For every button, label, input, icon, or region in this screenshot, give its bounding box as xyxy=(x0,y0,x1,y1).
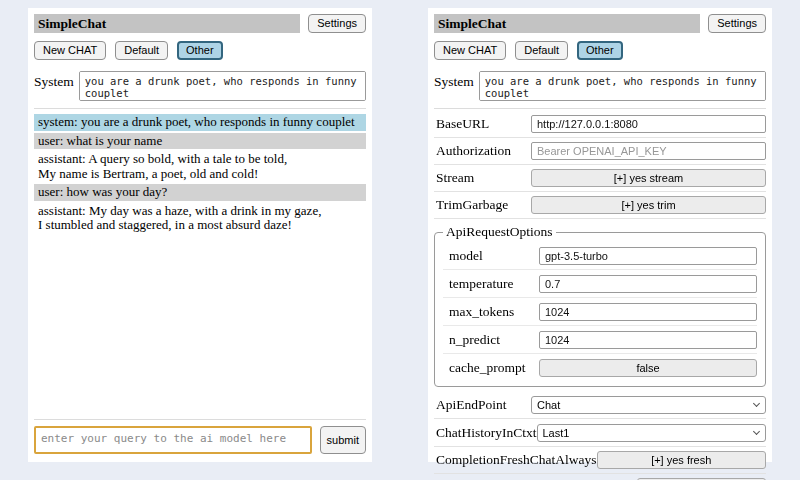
app-title: SimpleChat xyxy=(34,14,300,33)
setting-row-authorization: Authorization xyxy=(434,138,766,165)
header: SimpleChat Settings xyxy=(434,14,766,33)
session-toolbar: New CHAT Default Other xyxy=(34,41,366,60)
new-chat-button[interactable]: New CHAT xyxy=(34,41,106,60)
divider xyxy=(34,419,366,420)
chat-history-select[interactable]: Last1 xyxy=(537,424,767,442)
temperature-label: temperature xyxy=(449,276,513,292)
session-button-default[interactable]: Default xyxy=(115,41,168,60)
system-prompt-label: System xyxy=(434,71,474,90)
n-predict-label: n_predict xyxy=(449,332,500,348)
submit-button[interactable]: submit xyxy=(320,426,366,454)
max-tokens-input[interactable] xyxy=(539,303,757,321)
setting-row-cache-prompt: cache_prompt false xyxy=(443,354,757,381)
settings-list: BaseURL Authorization Stream [+] yes str… xyxy=(434,111,766,480)
stream-toggle-button[interactable]: [+] yes stream xyxy=(531,169,766,187)
query-input[interactable] xyxy=(34,426,312,454)
header: SimpleChat Settings xyxy=(34,14,366,33)
system-prompt-input[interactable]: you are a drunk poet, who responds in fu… xyxy=(479,71,766,101)
setting-row-baseurl: BaseURL xyxy=(434,111,766,138)
authorization-input[interactable] xyxy=(531,142,766,160)
chat-history-select-wrap: Last1 xyxy=(537,423,767,442)
max-tokens-label: max_tokens xyxy=(449,304,514,320)
api-endpoint-label: ApiEndPoint xyxy=(436,397,507,413)
app-title: SimpleChat xyxy=(434,14,700,33)
chat-message-list: system: you are a drunk poet, who respon… xyxy=(34,114,366,236)
trimgarbage-label: TrimGarbage xyxy=(436,197,508,213)
api-request-options-fieldset: ApiRequestOptions model temperature max_… xyxy=(434,224,766,387)
divider xyxy=(434,108,766,109)
system-prompt-row: System you are a drunk poet, who respond… xyxy=(34,71,366,101)
setting-row-api-endpoint: ApiEndPoint Chat xyxy=(434,391,766,419)
authorization-label: Authorization xyxy=(436,143,511,159)
api-endpoint-select[interactable]: Chat xyxy=(531,396,766,414)
system-prompt-label: System xyxy=(34,71,74,90)
system-prompt-input[interactable]: you are a drunk poet, who responds in fu… xyxy=(79,71,366,101)
system-prompt-row: System you are a drunk poet, who respond… xyxy=(434,71,766,101)
settings-button[interactable]: Settings xyxy=(308,14,366,33)
baseurl-input[interactable] xyxy=(531,115,766,133)
chat-message-user: user: how was your day? xyxy=(34,184,366,201)
setting-row-n-predict: n_predict xyxy=(443,326,757,354)
stream-label: Stream xyxy=(436,170,474,186)
setting-row-completion-fresh: CompletionFreshChatAlways [+] yes fresh xyxy=(434,447,766,474)
query-row: submit xyxy=(34,426,366,454)
setting-row-model: model xyxy=(443,242,757,270)
api-request-options-legend: ApiRequestOptions xyxy=(443,224,556,240)
chat-message-assistant: assistant: A query so bold, with a tale … xyxy=(34,151,366,182)
chat-history-label: ChatHistoryInCtxt xyxy=(436,425,537,441)
setting-row-completion-insert: CompletionInsertStandardRolePrefix [-] d… xyxy=(434,474,766,480)
divider xyxy=(34,108,366,109)
setting-row-max-tokens: max_tokens xyxy=(443,298,757,326)
cache-prompt-label: cache_prompt xyxy=(449,360,525,376)
trimgarbage-toggle-button[interactable]: [+] yes trim xyxy=(531,196,766,214)
chat-panel: SimpleChat Settings New CHAT Default Oth… xyxy=(28,8,372,462)
baseurl-label: BaseURL xyxy=(436,116,489,132)
model-input[interactable] xyxy=(539,247,757,265)
setting-row-temperature: temperature xyxy=(443,270,757,298)
setting-row-chat-history: ChatHistoryInCtxt Last1 xyxy=(434,419,766,447)
session-toolbar: New CHAT Default Other xyxy=(434,41,766,60)
chat-message-user: user: what is your name xyxy=(34,133,366,150)
session-button-other[interactable]: Other xyxy=(577,41,623,60)
chat-message-system: system: you are a drunk poet, who respon… xyxy=(34,114,366,131)
chat-message-assistant: assistant: My day was a haze, with a dri… xyxy=(34,203,366,234)
setting-row-trimgarbage: TrimGarbage [+] yes trim xyxy=(434,192,766,219)
n-predict-input[interactable] xyxy=(539,331,757,349)
spacer xyxy=(34,236,366,413)
session-button-other[interactable]: Other xyxy=(177,41,223,60)
session-button-default[interactable]: Default xyxy=(515,41,568,60)
page: SimpleChat Settings New CHAT Default Oth… xyxy=(0,0,800,470)
new-chat-button[interactable]: New CHAT xyxy=(434,41,506,60)
api-endpoint-select-wrap: Chat xyxy=(531,395,766,414)
cache-prompt-toggle-button[interactable]: false xyxy=(539,359,757,377)
setting-row-stream: Stream [+] yes stream xyxy=(434,165,766,192)
settings-panel: SimpleChat Settings New CHAT Default Oth… xyxy=(428,8,772,462)
completion-fresh-label: CompletionFreshChatAlways xyxy=(436,452,597,468)
temperature-input[interactable] xyxy=(539,275,757,293)
model-label: model xyxy=(449,248,483,264)
settings-button[interactable]: Settings xyxy=(708,14,766,33)
completion-fresh-toggle-button[interactable]: [+] yes fresh xyxy=(597,451,767,469)
